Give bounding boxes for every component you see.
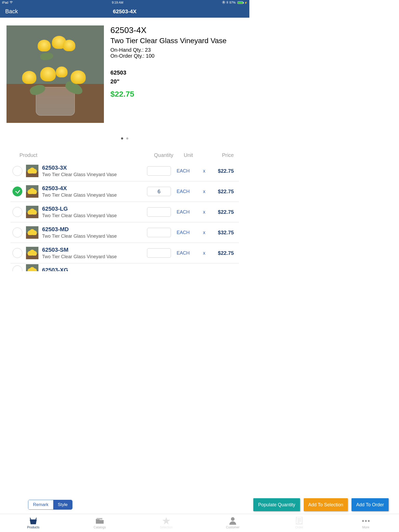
on-order-qty: On-Order Qty.: 100 xyxy=(110,53,243,59)
unit-cell: EACH xyxy=(175,230,198,235)
page-title: 62503-4X xyxy=(113,8,136,15)
variant-list: 62503-3XTwo Tier Clear Glass Vineyard Va… xyxy=(10,161,239,271)
price-cell: $22.75 xyxy=(210,209,234,215)
row-name: Two Tier Clear Glass Vineyard Vase xyxy=(42,192,143,198)
detail-name: Two Tier Clear Glass Vineyard Vase xyxy=(110,37,243,45)
col-quantity: Quantity xyxy=(151,152,177,158)
variant-table-header: Product Quantity Unit Price xyxy=(0,152,249,161)
table-row[interactable]: 62503-SMTwo Tier Clear Glass Vineyard Va… xyxy=(10,243,239,263)
row-select[interactable] xyxy=(12,248,22,258)
multiply-label: x xyxy=(202,189,207,194)
on-hand-qty: On-Hand Qty.: 23 xyxy=(110,47,243,53)
price-cell: $22.75 xyxy=(210,168,234,174)
orientation-lock-icon xyxy=(222,1,225,5)
row-select[interactable] xyxy=(12,265,22,271)
product-detail: 62503-4X Two Tier Clear Glass Vineyard V… xyxy=(0,18,249,125)
multiply-label: x xyxy=(202,250,207,256)
col-price: Price xyxy=(200,152,234,158)
multiply-label: x xyxy=(202,230,207,235)
price-cell: $22.75 xyxy=(210,250,234,256)
table-row[interactable]: 62503-4XTwo Tier Clear Glass Vineyard Va… xyxy=(10,181,239,202)
quantity-input[interactable] xyxy=(147,187,171,196)
price-cell: $32.75 xyxy=(210,230,234,236)
quantity-input[interactable] xyxy=(147,166,171,176)
page-dot-1[interactable] xyxy=(121,137,123,139)
row-thumbnail xyxy=(26,165,38,177)
multiply-label: x xyxy=(202,209,207,215)
bluetooth-icon xyxy=(226,1,228,5)
row-name: Two Tier Clear Glass Vineyard Vase xyxy=(42,172,143,177)
table-row-partial[interactable]: 62503-XG xyxy=(10,263,239,271)
row-sku: 62503-LG xyxy=(42,205,143,212)
wifi-icon xyxy=(9,1,13,4)
row-sku: 62503-SM xyxy=(42,247,143,253)
row-sku: 62503-3X xyxy=(42,164,143,171)
table-row[interactable]: 62503-LGTwo Tier Clear Glass Vineyard Va… xyxy=(10,202,239,222)
group-code: 62503 xyxy=(110,69,243,76)
row-select[interactable] xyxy=(12,228,22,237)
detail-sku: 62503-4X xyxy=(110,25,243,35)
row-sku: 62503-XG xyxy=(42,267,234,271)
row-sku: 62503-4X xyxy=(42,185,143,192)
row-thumbnail xyxy=(26,226,38,239)
row-name: Two Tier Clear Glass Vineyard Vase xyxy=(42,254,143,260)
row-thumbnail xyxy=(26,264,38,271)
col-unit: Unit xyxy=(177,152,200,158)
unit-cell: EACH xyxy=(175,209,198,215)
product-size: 20" xyxy=(110,78,243,85)
image-pagination[interactable] xyxy=(0,136,249,141)
price-cell: $22.75 xyxy=(210,189,234,195)
charging-icon: ⚡ xyxy=(244,1,247,4)
table-row[interactable]: 62503-MDTwo Tier Clear Glass Vineyard Va… xyxy=(10,222,239,243)
back-button[interactable]: Back xyxy=(5,8,18,15)
product-image[interactable] xyxy=(6,25,104,123)
device-label: iPad xyxy=(2,1,8,4)
multiply-label: x xyxy=(202,168,207,174)
status-bar: iPad 9:19 AM 97% ⚡ xyxy=(0,0,249,5)
row-select[interactable] xyxy=(12,166,22,176)
product-price: $22.75 xyxy=(110,90,243,98)
row-thumbnail xyxy=(26,185,38,198)
quantity-input[interactable] xyxy=(147,228,171,237)
row-select[interactable] xyxy=(12,187,22,196)
row-sku: 62503-MD xyxy=(42,226,143,233)
quantity-input[interactable] xyxy=(147,248,171,258)
unit-cell: EACH xyxy=(175,168,198,174)
quantity-input[interactable] xyxy=(147,207,171,217)
nav-bar: Back 62503-4X xyxy=(0,5,249,18)
col-product: Product xyxy=(19,152,151,158)
battery-icon xyxy=(237,1,243,4)
table-row[interactable]: 62503-3XTwo Tier Clear Glass Vineyard Va… xyxy=(10,161,239,181)
unit-cell: EACH xyxy=(175,250,198,256)
page-dot-2[interactable] xyxy=(126,137,128,139)
unit-cell: EACH xyxy=(175,189,198,194)
row-name: Two Tier Clear Glass Vineyard Vase xyxy=(42,234,143,239)
battery-percent: 97% xyxy=(229,1,236,4)
row-thumbnail xyxy=(26,247,38,259)
row-select[interactable] xyxy=(12,207,22,217)
status-time: 9:19 AM xyxy=(112,1,123,4)
row-name: Two Tier Clear Glass Vineyard Vase xyxy=(42,213,143,218)
row-thumbnail xyxy=(26,206,38,218)
